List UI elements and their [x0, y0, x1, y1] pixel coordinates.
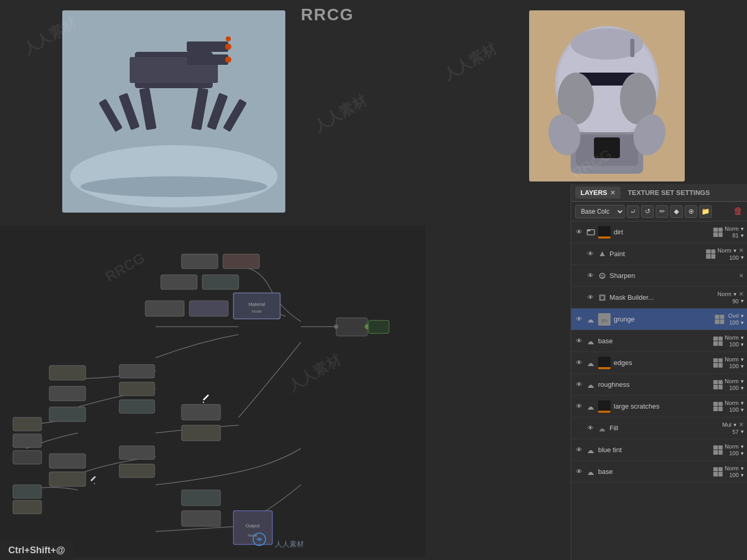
layer-mode[interactable]: Norm: [725, 400, 739, 406]
eye-toggle[interactable]: 👁: [574, 467, 584, 477]
eye-toggle[interactable]: 👁: [574, 445, 584, 455]
eye-toggle[interactable]: 👁: [574, 228, 584, 237]
eye-toggle[interactable]: 👁: [586, 271, 595, 281]
svg-text:Material: Material: [248, 302, 265, 307]
layer-mode-arrow[interactable]: ▾: [741, 226, 744, 232]
layer-opacity[interactable]: 81: [726, 232, 739, 239]
layer-mode[interactable]: Ovrl: [728, 313, 739, 319]
folder-btn[interactable]: 📁: [699, 205, 712, 218]
layer-opacity-arrow[interactable]: ▾: [741, 407, 744, 413]
tab-layers-close[interactable]: ✕: [610, 189, 615, 197]
layer-name: blue tint: [598, 446, 713, 454]
layer-opacity[interactable]: 100: [726, 341, 739, 347]
layer-remove-btn[interactable]: ✕: [739, 247, 744, 254]
layer-item[interactable]: 👁 Paint Norm ▾ ✕ 100 ▾: [571, 243, 747, 265]
layer-mode-arrow[interactable]: ▾: [741, 465, 744, 472]
layer-mode-arrow[interactable]: ▾: [741, 356, 744, 363]
layer-item[interactable]: 👁 base Norm ▾ 100 ▾: [571, 461, 747, 483]
layer-mode-arrow[interactable]: ▾: [741, 378, 744, 385]
node-graph[interactable]: Material Node: [0, 226, 425, 557]
layer-mode-arrow[interactable]: ▾: [741, 443, 744, 450]
layer-opacity[interactable]: 100: [726, 363, 739, 369]
layer-opacity[interactable]: 57: [726, 429, 739, 435]
layer-mode-arrow[interactable]: ▾: [741, 400, 744, 407]
layer-opacity[interactable]: 100: [726, 255, 739, 261]
layer-item[interactable]: 👁 Mask Builder... Norm ▾ ✕ 90 ▾: [571, 287, 747, 309]
layer-opacity-arrow[interactable]: ▾: [741, 232, 744, 239]
layer-mode-arrow[interactable]: ▾: [741, 313, 744, 319]
layer-item[interactable]: 👁 edges Norm ▾ 100 ▾: [571, 352, 747, 374]
layer-mode-arrow[interactable]: ▾: [741, 334, 744, 341]
eye-toggle[interactable]: 👁: [586, 293, 595, 302]
layer-remove-btn[interactable]: ✕: [739, 290, 744, 298]
channel-dropdown[interactable]: Base Colc Roughness Metallic: [575, 205, 625, 218]
right-panel: LAYERS ✕ TEXTURE SET SETTINGS Base Colc …: [571, 184, 747, 560]
add-layer-btn[interactable]: ↺: [641, 205, 654, 218]
svg-rect-63: [182, 511, 220, 526]
layer-mode[interactable]: Norm: [717, 247, 731, 254]
effect-btn[interactable]: ⊕: [685, 205, 697, 218]
layer-mode-arrow[interactable]: ▾: [734, 291, 737, 298]
eye-toggle[interactable]: 👁: [586, 424, 595, 433]
tab-layers[interactable]: LAYERS ✕: [575, 187, 620, 199]
eye-toggle[interactable]: 👁: [574, 380, 584, 389]
layer-mode[interactable]: Norm: [725, 226, 739, 232]
layer-opacity[interactable]: 100: [726, 385, 739, 391]
layer-item[interactable]: 👁 dirt Norm ▾ 81 ▾: [571, 221, 747, 243]
channels-icon: [713, 337, 723, 346]
layer-item[interactable]: 👁 S Sharpen ✕: [571, 265, 747, 287]
layer-remove-btn[interactable]: ✕: [739, 421, 744, 428]
paint-btn[interactable]: ✏: [656, 205, 668, 218]
layer-opacity-arrow[interactable]: ▾: [741, 319, 744, 326]
layer-controls: ✕: [738, 272, 744, 279]
layer-opacity[interactable]: 100: [726, 319, 739, 326]
layer-item[interactable]: 👁 grg grunge Ovrl ▾ 100 ▾: [571, 309, 747, 330]
layer-opacity-arrow[interactable]: ▾: [741, 363, 744, 370]
layer-mode[interactable]: Norm: [725, 465, 739, 471]
layer-opacity-arrow[interactable]: ▾: [741, 385, 744, 391]
layer-opacity[interactable]: 90: [726, 298, 739, 304]
layer-mode[interactable]: Norm: [725, 356, 739, 362]
layer-item[interactable]: 👁 roughness Norm ▾ 100 ▾: [571, 374, 747, 396]
layer-mode[interactable]: Norm: [717, 291, 731, 297]
layer-item[interactable]: 👁 blue tint Norm ▾ 100 ▾: [571, 439, 747, 461]
layer-mode[interactable]: Norm: [725, 334, 739, 341]
fill-layer-icon: [586, 445, 596, 455]
layer-item[interactable]: 👁 Fill Mul ▾ ✕ 57 ▾: [571, 417, 747, 439]
layers-list[interactable]: 👁 dirt Norm ▾ 81 ▾ 👁: [571, 221, 747, 560]
channels-icon: [713, 402, 723, 411]
svg-rect-54: [182, 404, 220, 420]
layer-opacity-arrow[interactable]: ▾: [741, 254, 744, 261]
svg-rect-51: [119, 365, 155, 378]
transform-tool-btn[interactable]: ⤾: [627, 205, 639, 218]
layer-mode[interactable]: Norm: [725, 378, 739, 384]
layer-opacity-arrow[interactable]: ▾: [741, 341, 744, 348]
eye-toggle[interactable]: 👁: [574, 315, 584, 324]
layer-mode-arrow[interactable]: ▾: [734, 422, 737, 428]
tab-texture-set-settings[interactable]: TEXTURE SET SETTINGS: [622, 187, 715, 199]
layer-mode-arrow[interactable]: ▾: [734, 247, 737, 254]
layer-opacity[interactable]: 100: [726, 472, 739, 478]
layer-item[interactable]: 👁 base Norm ▾ 100 ▾: [571, 330, 747, 352]
layer-item[interactable]: 👁 large scratches Norm ▾ 100 ▾: [571, 396, 747, 417]
eye-toggle[interactable]: 👁: [586, 249, 595, 259]
layer-mode[interactable]: Mul: [722, 422, 731, 428]
delete-layer-btn[interactable]: 🗑: [734, 206, 743, 217]
layer-controls: Mul ▾ ✕ 57 ▾: [722, 421, 744, 435]
layer-opacity-arrow[interactable]: ▾: [741, 428, 744, 435]
layer-opacity[interactable]: 100: [726, 450, 739, 456]
eye-toggle[interactable]: 👁: [574, 358, 584, 368]
layer-opacity-arrow[interactable]: ▾: [741, 298, 744, 304]
eye-toggle[interactable]: 👁: [574, 337, 584, 346]
eye-toggle[interactable]: 👁: [574, 402, 584, 411]
layer-mode[interactable]: Norm: [725, 443, 739, 450]
layer-opacity-arrow[interactable]: ▾: [741, 450, 744, 457]
layer-remove-btn[interactable]: ✕: [739, 272, 744, 279]
watermark-2: 人人素材: [310, 91, 370, 137]
layer-opacity-arrow[interactable]: ▾: [741, 472, 744, 479]
svg-rect-73: [587, 230, 590, 231]
layer-opacity[interactable]: 100: [726, 407, 739, 413]
svg-rect-5: [187, 54, 228, 65]
svg-rect-32: [182, 254, 218, 269]
fill-btn[interactable]: ◆: [670, 205, 683, 218]
